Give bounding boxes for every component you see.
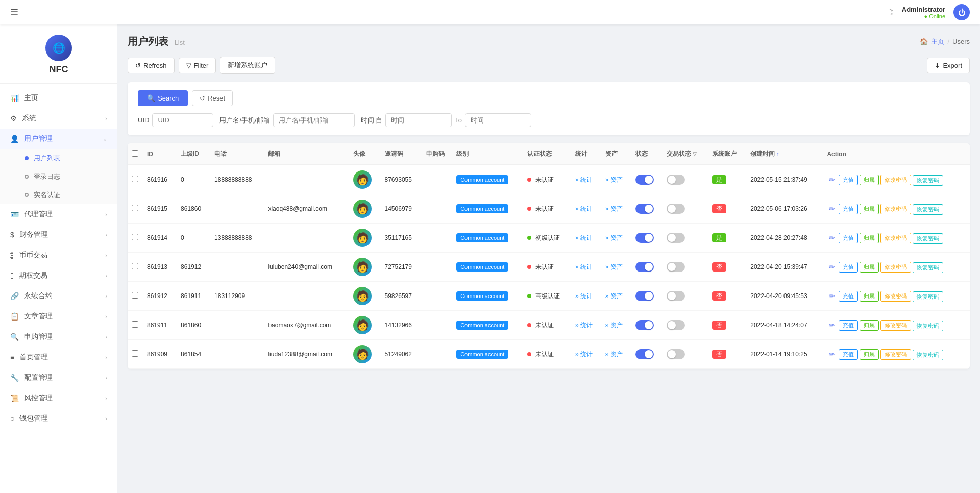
edit-button[interactable]: ✏ xyxy=(827,175,837,185)
change-pwd-button[interactable]: 修改密码 xyxy=(880,291,911,302)
export-button[interactable]: ⬇ Export xyxy=(927,58,970,73)
assets-link[interactable]: » 资产 xyxy=(605,176,623,183)
stats-link[interactable]: » 统计 xyxy=(575,234,593,241)
sidebar-item-finance-mgmt[interactable]: $ 财务管理 › xyxy=(0,225,117,245)
trade-status-toggle[interactable] xyxy=(667,291,685,301)
change-pwd-button[interactable]: 修改密码 xyxy=(880,349,911,360)
edit-button[interactable]: ✏ xyxy=(827,291,837,301)
charge-button[interactable]: 充值 xyxy=(839,262,858,273)
assets-link[interactable]: » 资产 xyxy=(605,322,623,329)
assets-link[interactable]: » 资产 xyxy=(605,351,623,358)
recover-pwd-button[interactable]: 恢复密码 xyxy=(913,321,943,331)
time-from-input[interactable] xyxy=(385,113,452,127)
sidebar-sub-login-log[interactable]: 登录日志 xyxy=(0,167,117,186)
charge-button[interactable]: 充值 xyxy=(839,291,858,302)
power-button[interactable]: ⏻ xyxy=(953,4,970,20)
sidebar-item-homepage-mgmt[interactable]: ≡ 首页管理 › xyxy=(0,347,117,367)
recover-pwd-button[interactable]: 恢复密码 xyxy=(913,262,943,273)
change-pwd-button[interactable]: 修改密码 xyxy=(880,233,911,243)
recover-pwd-button[interactable]: 恢复密码 xyxy=(913,175,943,186)
sidebar-item-agent-mgmt[interactable]: 🪪 代理管理 › xyxy=(0,204,117,225)
sidebar-item-home[interactable]: 📊 主页 xyxy=(0,88,117,108)
edit-button[interactable]: ✏ xyxy=(827,262,837,272)
trade-status-toggle[interactable] xyxy=(667,262,685,272)
breadcrumb-home[interactable]: 主页 xyxy=(931,37,944,46)
moon-icon[interactable]: ☽ xyxy=(887,8,894,17)
row-checkbox[interactable] xyxy=(132,321,138,328)
assign-button[interactable]: 归属 xyxy=(860,291,879,302)
sidebar-item-perpetual[interactable]: 🔗 永续合约 › xyxy=(0,286,117,306)
refresh-button[interactable]: ↺ Refresh xyxy=(128,58,175,73)
charge-button[interactable]: 充值 xyxy=(839,204,858,214)
recover-pwd-button[interactable]: 恢复密码 xyxy=(913,291,943,302)
sidebar-item-user-mgmt[interactable]: 👤 用户管理 ⌄ xyxy=(0,129,117,149)
filter-button[interactable]: ▽ Filter xyxy=(179,58,216,73)
sidebar-item-audit-mgmt[interactable]: 🔍 申购管理 › xyxy=(0,327,117,347)
stats-link[interactable]: » 统计 xyxy=(575,292,593,300)
assets-link[interactable]: » 资产 xyxy=(605,263,623,270)
sidebar-item-article-mgmt[interactable]: 📋 文章管理 › xyxy=(0,306,117,327)
row-checkbox[interactable] xyxy=(132,234,138,240)
change-pwd-button[interactable]: 修改密码 xyxy=(880,204,911,214)
assets-link[interactable]: » 资产 xyxy=(605,292,623,300)
stats-link[interactable]: » 统计 xyxy=(575,205,593,212)
edit-button[interactable]: ✏ xyxy=(827,233,837,243)
recover-pwd-button[interactable]: 恢复密码 xyxy=(913,233,943,244)
row-checkbox[interactable] xyxy=(132,176,138,182)
trade-status-toggle[interactable] xyxy=(667,204,685,214)
assign-button[interactable]: 归属 xyxy=(860,349,879,360)
charge-button[interactable]: 充值 xyxy=(839,320,858,331)
recover-pwd-button[interactable]: 恢复密码 xyxy=(913,350,943,360)
stats-link[interactable]: » 统计 xyxy=(575,351,593,358)
sidebar-item-coin-trade[interactable]: ₿ 币币交易 › xyxy=(0,245,117,265)
assign-button[interactable]: 归属 xyxy=(860,175,879,185)
row-checkbox[interactable] xyxy=(132,292,138,299)
assets-link[interactable]: » 资产 xyxy=(605,234,623,241)
sidebar-sub-user-list[interactable]: 用户列表 xyxy=(0,149,117,167)
change-pwd-button[interactable]: 修改密码 xyxy=(880,262,911,273)
assign-button[interactable]: 归属 xyxy=(860,233,879,243)
assign-button[interactable]: 归属 xyxy=(860,204,879,214)
sidebar-sub-kyc[interactable]: 实名认证 xyxy=(0,186,117,204)
search-button[interactable]: 🔍 Search xyxy=(138,90,188,106)
assign-button[interactable]: 归属 xyxy=(860,320,879,331)
trade-status-toggle[interactable] xyxy=(667,349,685,359)
recover-pwd-button[interactable]: 恢复密码 xyxy=(913,204,943,215)
edit-button[interactable]: ✏ xyxy=(827,349,837,359)
username-input[interactable] xyxy=(273,113,355,127)
status-toggle[interactable] xyxy=(635,233,654,243)
reset-button[interactable]: ↺ Reset xyxy=(192,90,233,106)
charge-button[interactable]: 充值 xyxy=(839,349,858,360)
status-toggle[interactable] xyxy=(635,204,654,214)
trade-status-toggle[interactable] xyxy=(667,320,685,330)
select-all-checkbox[interactable] xyxy=(132,150,138,157)
stats-link[interactable]: » 统计 xyxy=(575,263,593,270)
row-checkbox[interactable] xyxy=(132,263,138,269)
stats-link[interactable]: » 统计 xyxy=(575,322,593,329)
uid-input[interactable] xyxy=(152,113,213,127)
status-toggle[interactable] xyxy=(635,262,654,272)
charge-button[interactable]: 充值 xyxy=(839,175,858,185)
stats-link[interactable]: » 统计 xyxy=(575,176,593,183)
trade-status-toggle[interactable] xyxy=(667,233,685,243)
sidebar-item-config-mgmt[interactable]: 🔧 配置管理 › xyxy=(0,367,117,388)
edit-button[interactable]: ✏ xyxy=(827,204,837,214)
charge-button[interactable]: 充值 xyxy=(839,233,858,243)
sidebar-item-wallet-mgmt[interactable]: ○ 钱包管理 › xyxy=(0,408,117,429)
add-account-button[interactable]: 新增系统账户 xyxy=(220,57,275,74)
status-toggle[interactable] xyxy=(635,175,654,185)
sidebar-item-risk-mgmt[interactable]: 📜 风控管理 › xyxy=(0,388,117,408)
status-toggle[interactable] xyxy=(635,320,654,330)
trade-status-toggle[interactable] xyxy=(667,175,685,185)
row-checkbox[interactable] xyxy=(132,350,138,357)
sidebar-item-system[interactable]: ⚙ 系统 › xyxy=(0,108,117,129)
status-toggle[interactable] xyxy=(635,349,654,359)
edit-button[interactable]: ✏ xyxy=(827,320,837,330)
change-pwd-button[interactable]: 修改密码 xyxy=(880,320,911,331)
time-to-input[interactable] xyxy=(465,113,531,127)
sidebar-item-options-trade[interactable]: ₿ 期权交易 › xyxy=(0,265,117,286)
assign-button[interactable]: 归属 xyxy=(860,262,879,273)
status-toggle[interactable] xyxy=(635,291,654,301)
menu-icon[interactable]: ☰ xyxy=(10,7,18,18)
row-checkbox[interactable] xyxy=(132,205,138,211)
